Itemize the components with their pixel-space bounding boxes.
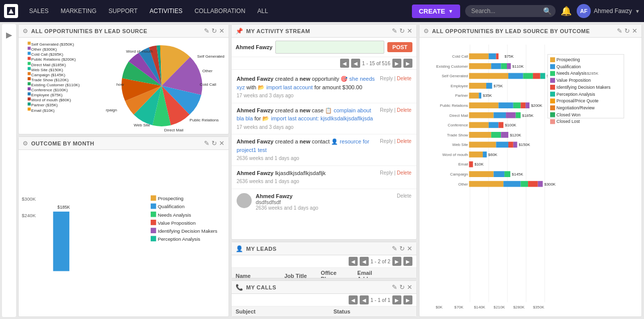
calls-col-status[interactable]: Status bbox=[330, 306, 416, 316]
activity-post-input[interactable] bbox=[275, 41, 384, 54]
svg-rect-140 bbox=[550, 57, 555, 62]
activity-prev-btn[interactable]: ◀ bbox=[340, 59, 349, 68]
activity-next-btn[interactable]: ▶ bbox=[392, 59, 401, 68]
svg-text:Identifying Decision Makers: Identifying Decision Makers bbox=[557, 85, 611, 90]
search-icon: 🔍 bbox=[543, 7, 552, 15]
svg-rect-111 bbox=[491, 132, 501, 138]
refresh-icon2[interactable]: ↻ bbox=[211, 139, 217, 147]
svg-text:$240K: $240K bbox=[22, 213, 36, 218]
refresh-icon3[interactable]: ↻ bbox=[399, 27, 405, 35]
refresh-icon[interactable]: ↻ bbox=[211, 27, 217, 35]
svg-text:Employee: Employee bbox=[451, 84, 468, 88]
edit-icon2[interactable]: ✎ bbox=[204, 139, 209, 147]
calls-data-table: Subject Status bbox=[232, 306, 416, 316]
svg-text:$0K: $0K bbox=[436, 305, 443, 309]
activity-next-btn2[interactable]: ▶ bbox=[403, 59, 412, 68]
refresh-icon4[interactable]: ↻ bbox=[399, 245, 405, 252]
pie-panel-body: Self Generated ($350K) Other ($300K) Col… bbox=[19, 38, 229, 134]
svg-text:Prospecting: Prospecting bbox=[158, 196, 183, 201]
activity-reply-del-4[interactable]: Reply | Delete bbox=[380, 169, 411, 177]
post-button[interactable]: POST bbox=[387, 42, 412, 52]
nav-marketing[interactable]: MARKETING bbox=[56, 5, 101, 18]
refresh-icon6[interactable]: ↻ bbox=[624, 27, 630, 35]
activity-actor-4: Ahmed Fawzy bbox=[237, 170, 275, 176]
svg-rect-142 bbox=[550, 64, 555, 69]
my-leads-title: MY LEADS bbox=[246, 246, 389, 252]
nav-all[interactable]: ALL bbox=[252, 5, 273, 18]
svg-rect-137 bbox=[538, 181, 543, 187]
svg-rect-151 bbox=[550, 92, 555, 97]
nav-support[interactable]: SUPPORT bbox=[103, 5, 143, 18]
app-logo[interactable] bbox=[4, 4, 18, 18]
close-icon[interactable]: ✕ bbox=[219, 27, 225, 35]
search-input[interactable] bbox=[465, 5, 556, 17]
svg-rect-157 bbox=[550, 112, 555, 117]
edit-icon4[interactable]: ✎ bbox=[392, 245, 397, 252]
activity-sub-delete[interactable]: Delete bbox=[397, 193, 411, 199]
nav-collaboration[interactable]: COLLABORATION bbox=[189, 5, 250, 18]
edit-icon[interactable]: ✎ bbox=[204, 27, 209, 35]
user-menu[interactable]: AF Ahmed Fawzy ▼ bbox=[577, 4, 640, 18]
leads-next-btn[interactable]: ▶ bbox=[392, 257, 401, 266]
notifications-icon[interactable]: 🔔 bbox=[558, 4, 575, 19]
activity-icon: 📌 bbox=[236, 28, 243, 35]
svg-rect-16 bbox=[28, 77, 31, 80]
svg-rect-101 bbox=[506, 112, 516, 118]
edit-icon3[interactable]: ✎ bbox=[392, 27, 397, 35]
leads-col-name[interactable]: Name bbox=[232, 268, 280, 278]
activity-actor-2: Ahmed Fawzy bbox=[237, 107, 275, 113]
svg-rect-117 bbox=[508, 142, 513, 148]
svg-text:$145K: $145K bbox=[512, 172, 523, 177]
leads-table: Name Job Title Office Phone Email Addres… bbox=[232, 268, 416, 278]
calls-prev-btn[interactable]: ◀ bbox=[349, 295, 358, 304]
outcome-chart: $300K $240K $185K Prospecting Qualificat… bbox=[21, 152, 227, 314]
svg-rect-144 bbox=[550, 71, 555, 76]
svg-rect-149 bbox=[550, 85, 555, 90]
svg-rect-14 bbox=[28, 72, 31, 75]
activity-prev-btn2[interactable]: ◀ bbox=[351, 59, 360, 68]
calls-col-subject[interactable]: Subject bbox=[232, 306, 330, 316]
activity-item-3: Reply | Delete Ahmed Fawzy created a new… bbox=[232, 134, 416, 166]
svg-rect-107 bbox=[498, 122, 503, 128]
svg-text:Word of mouth ($60K): Word of mouth ($60K) bbox=[31, 98, 71, 102]
leads-col-email[interactable]: Email Address bbox=[353, 268, 394, 278]
calls-next-btn[interactable]: ▶ bbox=[392, 295, 401, 304]
calls-prev-btn2[interactable]: ◀ bbox=[360, 295, 369, 304]
leads-col-phone[interactable]: Office Phone bbox=[317, 268, 354, 278]
leads-prev-btn2[interactable]: ◀ bbox=[360, 257, 369, 266]
panels-area: ⚙ ALL OPPORTUNITIES BY LEAD SOURCE ✎ ↻ ✕… bbox=[18, 24, 642, 317]
svg-text:$75K: $75K bbox=[504, 54, 514, 59]
svg-rect-118 bbox=[513, 142, 517, 148]
svg-rect-66 bbox=[469, 53, 489, 59]
panel-actions3: ✎ ↻ ✕ bbox=[392, 27, 412, 35]
svg-rect-81 bbox=[541, 73, 546, 79]
edit-icon5[interactable]: ✎ bbox=[392, 283, 397, 291]
pie-chart: Self Generated ($350K) Other ($300K) Col… bbox=[19, 38, 229, 134]
nav-activities[interactable]: ACTIVITIES bbox=[145, 5, 187, 18]
nav-sales[interactable]: SALES bbox=[24, 5, 54, 18]
close-icon4[interactable]: ✕ bbox=[407, 245, 412, 252]
svg-text:Self Generated ($350K): Self Generated ($350K) bbox=[31, 42, 74, 47]
edit-icon6[interactable]: ✎ bbox=[617, 27, 622, 35]
calls-next-btn2[interactable]: ▶ bbox=[403, 295, 412, 304]
play-icon[interactable]: ▶ bbox=[6, 30, 12, 40]
activity-link2-2[interactable]: 📂 import last account: kjsdlksdalkjsdafl… bbox=[262, 115, 373, 121]
activity-reply-del-1[interactable]: Reply | Delete bbox=[380, 75, 411, 82]
close-icon6[interactable]: ✕ bbox=[632, 27, 637, 35]
refresh-icon5[interactable]: ↻ bbox=[399, 283, 405, 291]
activity-reply-del-2[interactable]: Reply | Delete bbox=[380, 106, 411, 114]
leads-next-btn2[interactable]: ▶ bbox=[403, 257, 412, 266]
activity-reply-del-3[interactable]: Reply | Delete bbox=[380, 137, 411, 145]
leads-prev-btn[interactable]: ◀ bbox=[349, 257, 358, 266]
create-button[interactable]: CREATE ▼ bbox=[412, 5, 460, 18]
leads-col-jobtitle[interactable]: Job Title bbox=[280, 268, 317, 278]
activity-link2-1[interactable]: 📂 import last account bbox=[258, 84, 312, 90]
svg-text:$350K: $350K bbox=[533, 305, 545, 309]
close-icon5[interactable]: ✕ bbox=[407, 283, 412, 291]
outcome-month-panel: ⚙ OUTCOME BY MONTH ✎ ↻ ✕ $300K $240K bbox=[18, 136, 229, 317]
close-icon3[interactable]: ✕ bbox=[407, 27, 412, 35]
close-icon2[interactable]: ✕ bbox=[219, 139, 225, 147]
my-calls-title: MY CALLS bbox=[246, 284, 389, 290]
svg-text:Web Site: Web Site bbox=[134, 123, 150, 127]
opportunities-pie-title: ALL OPPORTUNITIES BY LEAD SOURCE bbox=[31, 28, 201, 34]
